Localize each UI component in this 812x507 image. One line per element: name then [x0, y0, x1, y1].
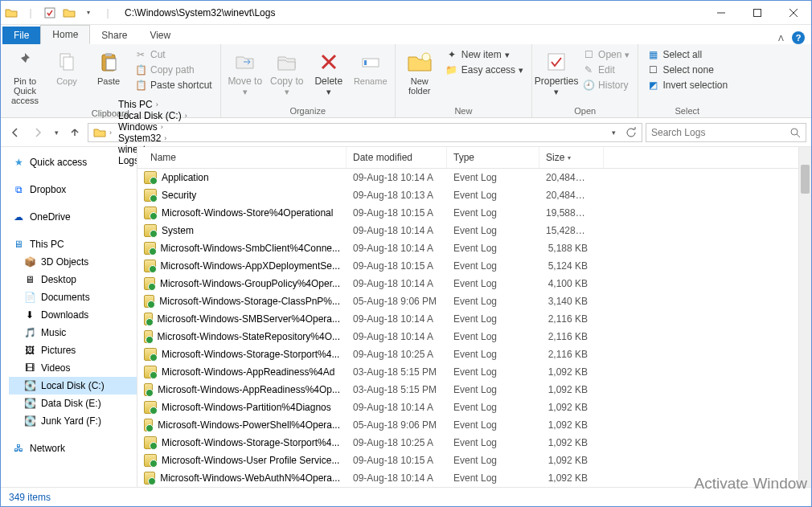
history-icon: 🕘 [582, 79, 595, 92]
nav-item[interactable]: 📦3D Objects [9, 253, 137, 271]
qat-dropdown[interactable]: ▾ [81, 6, 96, 20]
tab-file[interactable]: File [2, 27, 40, 44]
nav-onedrive[interactable]: ☁OneDrive [9, 208, 137, 226]
address-folder-icon[interactable]: › [90, 127, 115, 138]
new-folder-button[interactable]: New folder [400, 47, 439, 97]
nav-item[interactable]: 💽Local Disk (C:) [9, 377, 137, 395]
edit-button[interactable]: ✎Edit [579, 63, 633, 77]
file-row[interactable]: Microsoft-Windows-SMBServer%4Opera... 09… [137, 310, 798, 328]
close-button[interactable] [775, 1, 811, 24]
breadcrumb[interactable]: System32 › [115, 133, 191, 144]
qat-properties[interactable] [43, 6, 57, 20]
address-dropdown[interactable]: ▾ [605, 124, 622, 141]
file-row[interactable]: Microsoft-Windows-GroupPolicy%4Oper... 0… [137, 275, 798, 292]
event-log-icon [144, 366, 157, 378]
folder-icon: 🖼 [23, 344, 36, 357]
file-row[interactable]: Microsoft-Windows-Partition%4Diagnos 09-… [137, 399, 798, 416]
event-log-icon [144, 313, 153, 325]
select-all-button[interactable]: ▦Select all [643, 47, 731, 62]
tab-share[interactable]: Share [90, 27, 138, 44]
edit-icon: ✎ [582, 63, 595, 76]
file-row[interactable]: Microsoft-Windows-Storage-Storport%4... … [137, 345, 798, 363]
vertical-scrollbar[interactable] [798, 147, 811, 487]
column-name[interactable]: Name [137, 147, 347, 168]
minimize-button[interactable] [703, 1, 739, 24]
column-type[interactable]: Type [447, 147, 539, 168]
tab-view[interactable]: View [138, 27, 182, 44]
copy-icon [54, 49, 80, 75]
properties-button[interactable]: Properties▾ [537, 47, 576, 98]
file-row[interactable]: Microsoft-Windows-Store%4Operational 09-… [137, 204, 798, 222]
nav-item[interactable]: 💽Data Disk (E:) [9, 395, 137, 412]
nav-item[interactable]: 🖥Desktop [9, 271, 137, 288]
new-item-button[interactable]: ✦New item ▾ [442, 47, 527, 62]
svg-point-9 [422, 53, 430, 61]
open-button[interactable]: ☐Open ▾ [579, 47, 633, 62]
delete-button[interactable]: Delete▾ [310, 47, 348, 98]
nav-item[interactable]: 🎵Music [9, 324, 137, 341]
event-log-icon [144, 436, 157, 449]
file-row[interactable]: Microsoft-Windows-WebAuthN%4Opera... 09-… [137, 469, 798, 487]
file-row[interactable]: Application 09-Aug-18 10:14 A Event Log … [137, 169, 798, 186]
tab-home[interactable]: Home [40, 25, 90, 44]
file-row[interactable]: Microsoft-Windows-AppXDeploymentSe... 09… [137, 257, 798, 275]
refresh-button[interactable] [622, 124, 640, 141]
event-log-icon [144, 383, 153, 396]
nav-dropbox[interactable]: ⧉Dropbox [9, 181, 137, 198]
file-row[interactable]: System 09-Aug-18 10:14 A Event Log 15,42… [137, 222, 798, 239]
qat-folder[interactable] [62, 6, 76, 20]
select-none-button[interactable]: ☐Select none [643, 63, 731, 77]
event-log-icon [144, 242, 156, 255]
paste-shortcut-button[interactable]: 📋Paste shortcut [131, 78, 215, 92]
back-button[interactable] [6, 123, 25, 142]
address-bar[interactable]: › This PC ›Local Disk (C:) ›Windows ›Sys… [88, 123, 642, 142]
forward-button[interactable] [28, 123, 47, 142]
file-row[interactable]: Microsoft-Windows-AppReadiness%4Op... 03… [137, 381, 798, 399]
cut-button[interactable]: ✂Cut [131, 47, 215, 62]
file-row[interactable]: Microsoft-Windows-SmbClient%4Conne... 09… [137, 239, 798, 257]
up-button[interactable] [65, 123, 84, 142]
copy-button[interactable]: Copy [47, 47, 86, 88]
column-date[interactable]: Date modified [347, 147, 447, 168]
breadcrumb[interactable]: Windows › [115, 121, 191, 133]
breadcrumb[interactable]: This PC › [115, 99, 191, 110]
recent-locations-button[interactable]: ▾ [51, 123, 62, 142]
file-row[interactable]: Security 09-Aug-18 10:13 A Event Log 20,… [137, 186, 798, 204]
nav-this-pc[interactable]: 🖥This PC [9, 235, 137, 253]
history-button[interactable]: 🕘History [579, 78, 633, 92]
nav-item[interactable]: 🎞Videos [9, 359, 137, 377]
copy-to-button[interactable]: Copy to ▾ [268, 47, 306, 98]
move-to-button[interactable]: Move to ▾ [226, 47, 265, 98]
svg-rect-8 [364, 60, 367, 65]
file-row[interactable]: Microsoft-Windows-Storage-Storport%4... … [137, 434, 798, 452]
nav-item[interactable]: 🖼Pictures [9, 341, 137, 359]
file-row[interactable]: Microsoft-Windows-User Profile Service..… [137, 452, 798, 469]
invert-selection-button[interactable]: ◩Invert selection [643, 78, 731, 92]
paste-button[interactable]: Paste [89, 47, 128, 88]
copy-path-button[interactable]: 📋Copy path [131, 63, 215, 77]
nav-item[interactable]: 📄Documents [9, 288, 137, 306]
nav-item[interactable]: 💽Junk Yard (F:) [9, 412, 137, 430]
file-row[interactable]: Microsoft-Windows-PowerShell%4Opera... 0… [137, 416, 798, 434]
nav-quick-access[interactable]: ★Quick access [9, 153, 137, 171]
folder-icon: 💽 [23, 379, 36, 392]
breadcrumb[interactable]: Local Disk (C:) › [115, 110, 191, 121]
event-log-icon [144, 419, 153, 431]
file-row[interactable]: Microsoft-Windows-Storage-ClassPnP%... 0… [137, 292, 798, 310]
file-row[interactable]: Microsoft-Windows-StateRepository%4O... … [137, 328, 798, 345]
easy-access-button[interactable]: 📁Easy access ▾ [442, 63, 527, 77]
nav-network[interactable]: 🖧Network [9, 440, 137, 457]
file-row[interactable]: Microsoft-Windows-AppReadiness%4Ad 03-Au… [137, 363, 798, 381]
scrollbar-thumb[interactable] [801, 165, 810, 194]
pin-to-quick-access-button[interactable]: Pin to Quick access [6, 47, 44, 107]
copy-path-icon: 📋 [134, 63, 147, 76]
maximize-button[interactable] [739, 1, 775, 24]
nav-item[interactable]: ⬇Downloads [9, 306, 137, 324]
search-input[interactable]: Search Logs [646, 123, 806, 142]
column-size[interactable]: Size▾ [539, 147, 604, 168]
ribbon-collapse-icon[interactable]: ᐱ [778, 34, 784, 43]
event-log-icon [144, 206, 157, 219]
folder-icon: 📦 [23, 256, 36, 268]
rename-button[interactable]: Rename [351, 47, 390, 88]
help-icon[interactable]: ? [792, 31, 805, 44]
